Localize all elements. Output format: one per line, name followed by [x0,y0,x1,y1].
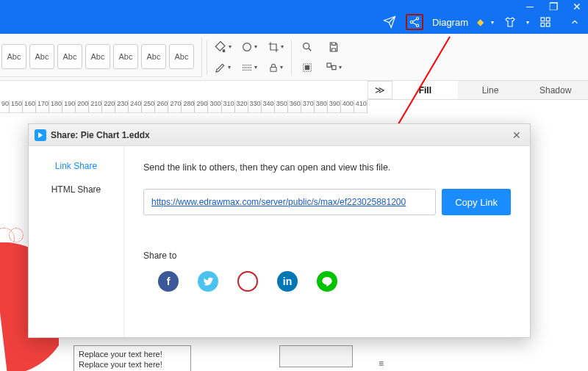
ruler-tick: 390 [328,100,341,112]
line-style-icon[interactable]: ▾ [238,58,260,77]
svg-point-7 [243,43,251,51]
ruler-tick: 280 [182,100,195,112]
diagram-chevron-icon[interactable]: ▾ [491,19,494,26]
ruler-tick: 290 [195,100,208,112]
ruler-tick: 210 [89,100,102,112]
toolbar: Abc Abc Abc Abc Abc Abc Abc ▾ ▾ ▾ ▾ ▾ ▾ … [0,34,588,81]
svg-rect-12 [327,63,331,67]
twitter-icon[interactable] [198,271,218,292]
svg-point-0 [416,18,418,20]
window-minimize[interactable]: ─ [525,1,535,12]
facebook-icon[interactable]: f [158,271,179,292]
text-style-3[interactable]: Abc [57,44,82,69]
ruler-tick: 190 [62,100,76,112]
social-icons: f P in [143,271,511,292]
ruler-tick: 330 [248,100,262,112]
apps-icon[interactable] [537,14,554,30]
text-style-1[interactable]: Abc [1,44,26,69]
linkedin-icon[interactable]: in [277,271,298,292]
canvas-column-box[interactable] [279,345,353,367]
svg-rect-5 [541,23,545,26]
text-style-group: Abc Abc Abc Abc Abc Abc Abc [0,37,202,77]
ruler-tick: 320 [235,100,248,112]
dialog-content: Send the link to others, then they can o… [124,146,530,337]
ruler-tick: 170 [36,100,49,112]
ruler-tick: 340 [262,100,275,112]
ruler-tick: 310 [222,100,235,112]
collapse-panel-icon[interactable]: ≫ [368,81,392,99]
line-icon[interactable] [317,271,337,292]
tshirt-icon[interactable] [501,14,519,30]
svg-rect-11 [305,65,309,69]
ruler-tick: 240 [129,100,142,112]
share-icon[interactable] [406,14,423,30]
ruler-tick: 300 [208,100,221,112]
dialog-title: Share: Pie Chart 1.eddx [51,130,505,140]
svg-point-2 [416,24,418,26]
svg-rect-13 [332,65,336,69]
ruler-tick: 370 [301,100,315,112]
tab-fill[interactable]: Fill [392,81,458,99]
crop-tool-icon[interactable]: ▾ [265,37,287,57]
ruler-tick: 270 [168,100,182,112]
tshirt-chevron-icon[interactable]: ▾ [526,19,529,26]
share-to-label: Share to [143,251,511,261]
svg-point-1 [410,21,412,23]
ruler-tick: 360 [288,100,301,112]
diagram-label[interactable]: Diagram [431,17,470,28]
share-instruction: Send the link to others, then they can o… [143,162,511,173]
window-close[interactable]: ✕ [572,1,582,12]
ruler-tick: 90 [0,100,10,112]
dialog-nav: Link Share HTML Share [29,146,124,337]
svg-rect-6 [546,23,550,26]
svg-rect-3 [541,18,545,21]
fill-tool-icon[interactable]: ▾ [212,37,234,57]
text-style-4[interactable]: Abc [85,44,110,69]
ruler-tick: 200 [76,100,89,112]
gem-icon[interactable]: ◆ [477,17,484,27]
view-tools: ▾ [296,37,345,77]
nav-html-share[interactable]: HTML Share [51,184,101,195]
collapse-ribbon-icon[interactable] [566,14,584,30]
share-dialog: Share: Pie Chart 1.eddx ✕ Link Share HTM… [28,123,531,338]
text-style-5[interactable]: Abc [113,44,138,69]
ruler-tick: 380 [315,100,328,112]
close-icon[interactable]: ✕ [509,129,524,141]
ruler-tick: 350 [275,100,288,112]
shape-tool-icon[interactable]: ▾ [238,37,260,57]
titlebar: ─ ❐ ✕ Diagram ◆ ▾ ▾ [0,0,588,34]
dialog-header: Share: Pie Chart 1.eddx ✕ [29,124,530,146]
app-logo-icon [35,129,46,141]
ruler-tick: 160 [23,100,36,112]
svg-rect-4 [546,18,550,21]
shape-tools: ▾ ▾ ▾ ▾ ▾ ▾ [212,37,287,77]
pen-tool-icon[interactable]: ▾ [212,58,234,77]
ruler-tick: 220 [102,100,115,112]
save-icon[interactable] [323,37,345,57]
copy-link-button[interactable]: Copy Link [442,189,511,215]
text-style-7[interactable]: Abc [169,44,194,69]
ruler-tick: 410 [354,100,368,112]
send-icon[interactable] [381,14,398,30]
ruler-tick: 260 [155,100,168,112]
share-url-input[interactable] [143,189,436,215]
text-style-6[interactable]: Abc [141,44,166,69]
placeholder-line: Replace your text here! [79,359,186,370]
select-icon[interactable] [296,58,318,77]
tab-line[interactable]: Line [458,81,523,99]
ruler-tick: 230 [115,100,129,112]
ruler-tick: 250 [142,100,155,112]
ruler: 9015016017018019020021022023024025026027… [0,100,368,113]
search-icon[interactable] [296,37,318,57]
pinterest-icon[interactable]: P [237,271,258,292]
tab-shadow[interactable]: Shadow [523,81,588,99]
ruler-tick: 180 [49,100,62,112]
page-settings-icon[interactable]: ≡ [379,359,384,369]
placeholder-line: Replace your text here! [79,349,186,359]
components-icon[interactable]: ▾ [323,58,345,77]
lock-tool-icon[interactable]: ▾ [265,58,287,77]
canvas-text-placeholder[interactable]: Replace your text here! Replace your tex… [74,345,191,371]
window-restore[interactable]: ❐ [548,1,559,12]
nav-link-share[interactable]: Link Share [55,161,97,171]
text-style-2[interactable]: Abc [29,44,54,69]
